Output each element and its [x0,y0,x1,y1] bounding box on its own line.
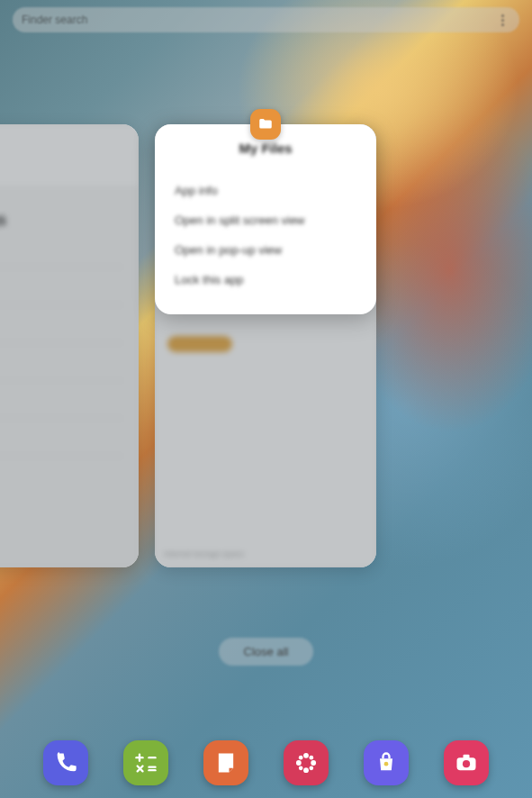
recent-card-options-popup: My Files App info Open in split screen v… [155,124,376,314]
svg-point-21 [384,762,389,766]
dock-app-notes[interactable] [203,740,248,785]
popup-item-split-screen[interactable]: Open in split screen view [175,205,356,235]
svg-rect-24 [464,755,470,759]
overflow-menu-icon[interactable] [494,12,510,28]
svg-point-16 [311,760,316,766]
calculator-icon [133,750,158,775]
dock-app-store[interactable] [364,740,409,785]
dock-app-phone[interactable] [43,740,88,785]
svg-point-20 [310,766,314,771]
popup-item-lock-app[interactable]: Lock this app [175,265,356,295]
close-all-button[interactable]: Close all [219,638,314,666]
svg-point-17 [299,756,303,760]
finder-search-bar[interactable]: Finder search [13,7,519,32]
notes-icon [213,750,239,775]
popup-item-popup-view[interactable]: Open in pop-up view [175,235,356,265]
popup-title: My Files [175,141,356,156]
gallery-icon [293,750,319,775]
phone-icon [53,750,78,775]
search-placeholder: Finder search [22,14,87,26]
dim-overlay [0,124,139,567]
svg-point-14 [303,767,309,773]
svg-point-18 [310,756,314,760]
dock-app-gallery[interactable] [284,740,329,785]
svg-point-13 [303,753,309,758]
dock-app-camera[interactable] [444,740,489,785]
svg-point-15 [296,760,302,766]
camera-icon [454,750,479,775]
recent-card-settings[interactable]: Settings [0,124,139,567]
dock [0,740,532,785]
svg-point-23 [463,760,470,767]
svg-point-19 [299,766,303,771]
popup-item-app-info[interactable]: App info [175,176,356,205]
folder-icon[interactable] [250,109,281,140]
dock-app-calculator[interactable] [123,740,168,785]
store-icon [374,750,399,775]
